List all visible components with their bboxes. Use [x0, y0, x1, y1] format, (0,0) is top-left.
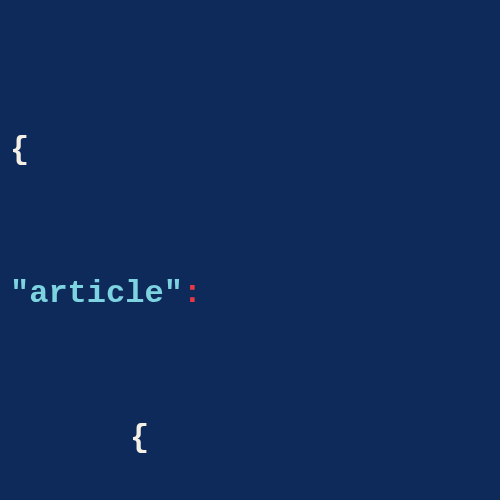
- line-outer-brace-open: {: [0, 126, 500, 174]
- json-code-block: { "article": { "rest": "api", "explained…: [0, 30, 500, 500]
- line-inner-brace-open: {: [0, 414, 500, 462]
- line-article-key: "article":: [0, 270, 500, 318]
- colon: :: [183, 275, 202, 312]
- brace-open: {: [130, 419, 149, 456]
- key-article: "article": [10, 275, 183, 312]
- brace-open: {: [10, 131, 29, 168]
